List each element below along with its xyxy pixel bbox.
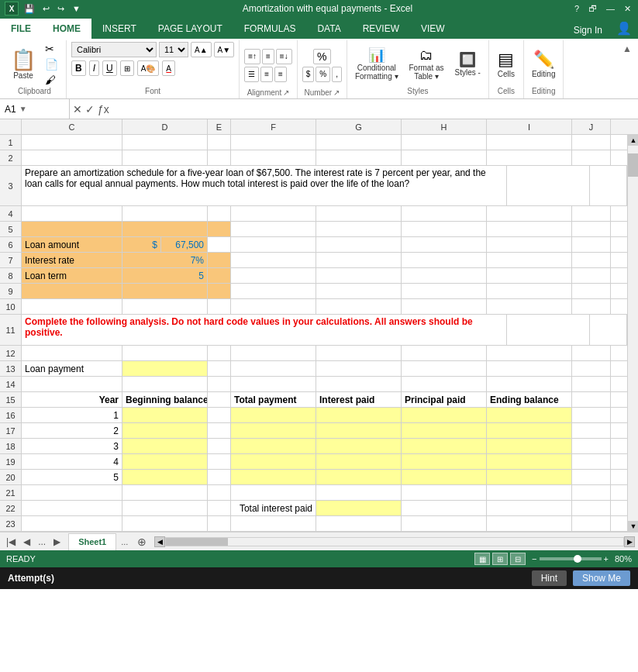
cell-e13[interactable]: [208, 361, 231, 376]
scroll-thumb[interactable]: [628, 153, 638, 177]
formula-input[interactable]: [112, 99, 638, 119]
ribbon-expand-btn[interactable]: ▲: [619, 40, 635, 98]
cell-i10[interactable]: [487, 299, 572, 314]
cell-g2[interactable]: [316, 150, 402, 165]
cell-ending-1[interactable]: [487, 408, 572, 422]
cell-principal-3[interactable]: [402, 439, 487, 453]
sheet-add-btn[interactable]: ⊕: [133, 536, 151, 548]
cell-j11[interactable]: [590, 315, 627, 345]
scroll-down-btn[interactable]: ▼: [628, 521, 638, 532]
cell-e14[interactable]: [208, 377, 231, 391]
row-num-18[interactable]: 18: [0, 439, 21, 454]
cell-i1[interactable]: [487, 135, 572, 150]
cell-e22[interactable]: [208, 501, 231, 515]
tab-page-layout[interactable]: PAGE LAYOUT: [147, 19, 233, 39]
cell-j7[interactable]: [572, 253, 611, 267]
cell-year-5[interactable]: 5: [22, 470, 122, 484]
border-btn[interactable]: ⊞: [120, 60, 134, 76]
cell-d5[interactable]: [122, 222, 208, 236]
row-num-19[interactable]: 19: [0, 454, 21, 470]
cell-j14[interactable]: [572, 377, 611, 391]
sheet-prev-btn[interactable]: ◀: [20, 535, 33, 549]
h-scroll-thumb[interactable]: [166, 538, 228, 546]
cell-g5[interactable]: [316, 222, 402, 236]
copy-btn[interactable]: 📄: [42, 57, 61, 71]
number-format-btn[interactable]: %: [313, 49, 330, 64]
cell-j2[interactable]: [572, 150, 611, 165]
cell-g12[interactable]: [316, 346, 402, 360]
cell-e16[interactable]: [208, 408, 231, 422]
cell-h7[interactable]: [402, 253, 487, 267]
sign-in-btn[interactable]: Sign In: [566, 22, 610, 39]
cell-c22[interactable]: [22, 501, 122, 515]
name-box[interactable]: A1 ▼: [0, 99, 70, 119]
cell-j21[interactable]: [572, 485, 611, 500]
cell-d23[interactable]: [122, 516, 208, 531]
cell-h5[interactable]: [402, 222, 487, 236]
cell-j4[interactable]: [572, 206, 611, 221]
underline-btn[interactable]: U: [102, 60, 117, 76]
cell-j15[interactable]: [572, 392, 611, 407]
cell-e15[interactable]: [208, 392, 231, 407]
cell-c21[interactable]: [22, 485, 122, 500]
row-num-12[interactable]: 12: [0, 346, 21, 361]
sheet-first-btn[interactable]: |◀: [3, 535, 19, 549]
cell-total-5[interactable]: [231, 470, 316, 484]
cell-instructions[interactable]: Complete the following analysis. Do not …: [22, 315, 507, 345]
row-num-1[interactable]: 1: [0, 135, 21, 150]
row-num-3[interactable]: 3: [0, 166, 21, 206]
row-num-14[interactable]: 14: [0, 377, 21, 392]
cell-h23[interactable]: [402, 516, 487, 531]
cell-h11[interactable]: [507, 315, 589, 345]
align-middle-btn[interactable]: ≡: [262, 49, 274, 64]
cell-principal-4[interactable]: [402, 454, 487, 469]
cell-f1[interactable]: [231, 135, 316, 150]
row-num-22[interactable]: 22: [0, 501, 21, 516]
cell-j3[interactable]: [590, 166, 627, 205]
cell-i7[interactable]: [487, 253, 572, 267]
cell-j6[interactable]: [572, 237, 611, 252]
cell-d9[interactable]: [122, 284, 208, 298]
cell-g1[interactable]: [316, 135, 402, 150]
cell-h21[interactable]: [402, 485, 487, 500]
cell-total-interest-label[interactable]: Total interest paid: [231, 501, 316, 515]
cell-d22[interactable]: [122, 501, 208, 515]
format-painter-btn[interactable]: 🖌: [42, 73, 61, 87]
cell-i9[interactable]: [487, 284, 572, 298]
tab-insert[interactable]: INSERT: [91, 19, 147, 39]
restore-btn[interactable]: 🗗: [586, 3, 599, 14]
cell-c23[interactable]: [22, 516, 122, 531]
tab-file[interactable]: FILE: [0, 19, 42, 39]
bold-btn[interactable]: B: [71, 60, 86, 76]
cell-beg-1[interactable]: [122, 408, 208, 422]
percent-btn[interactable]: %: [316, 67, 330, 82]
cell-d4[interactable]: [122, 206, 208, 221]
cell-loan-payment-value[interactable]: [122, 361, 208, 376]
cell-i2[interactable]: [487, 150, 572, 165]
undo-btn[interactable]: ↩: [40, 3, 52, 15]
cell-interest-header[interactable]: Interest paid: [316, 392, 402, 407]
cell-j5[interactable]: [572, 222, 611, 236]
cell-h14[interactable]: [402, 377, 487, 391]
zoom-track[interactable]: [540, 557, 602, 560]
zoom-plus-btn[interactable]: +: [604, 554, 609, 563]
row-num-11[interactable]: 11: [0, 315, 21, 346]
cell-e2[interactable]: [208, 150, 231, 165]
cell-loan-payment-label[interactable]: Loan payment: [22, 361, 122, 376]
cell-h3[interactable]: [507, 166, 589, 205]
cell-beg-4[interactable]: [122, 454, 208, 469]
cell-j17[interactable]: [572, 423, 611, 438]
cell-loan-symbol[interactable]: $: [122, 237, 161, 252]
cell-g7[interactable]: [316, 253, 402, 267]
cell-f2[interactable]: [231, 150, 316, 165]
name-box-dropdown[interactable]: ▼: [19, 105, 27, 113]
cell-h13[interactable]: [402, 361, 487, 376]
tab-formulas[interactable]: FORMULAS: [233, 19, 307, 39]
cell-h22[interactable]: [402, 501, 487, 515]
row-num-4[interactable]: 4: [0, 206, 21, 222]
cell-g23[interactable]: [316, 516, 402, 531]
row-num-2[interactable]: 2: [0, 150, 21, 166]
cell-ending-header[interactable]: Ending balance: [487, 392, 572, 407]
cell-j19[interactable]: [572, 454, 611, 469]
cell-g6[interactable]: [316, 237, 402, 252]
